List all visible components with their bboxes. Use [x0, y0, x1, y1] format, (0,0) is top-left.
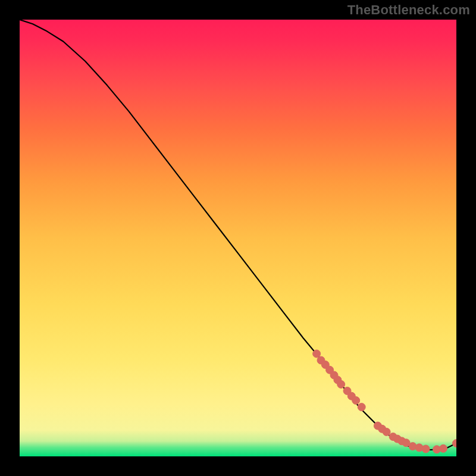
chart-canvas: TheBottleneck.com: [0, 0, 476, 476]
highlight-dot: [313, 350, 321, 358]
chart-overlay-svg: [20, 20, 456, 456]
highlight-dot: [358, 403, 365, 411]
highlight-dot: [453, 440, 457, 447]
highlight-dot: [422, 445, 430, 453]
highlight-dots-group: [313, 350, 456, 453]
highlight-dot: [352, 397, 360, 405]
highlight-dot: [440, 444, 447, 452]
bottleneck-curve: [20, 20, 456, 450]
watermark-text: TheBottleneck.com: [347, 2, 470, 18]
plot-area: [20, 20, 456, 456]
highlight-dot: [383, 428, 390, 436]
highlight-dot: [337, 380, 345, 388]
